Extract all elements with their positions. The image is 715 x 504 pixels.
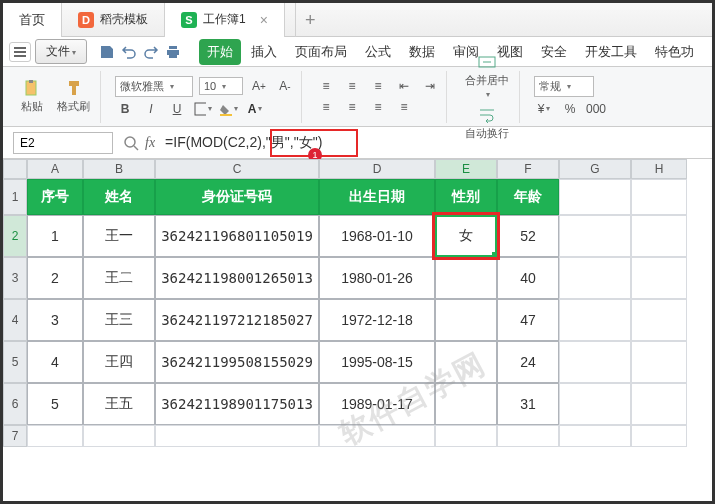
cell[interactable] (631, 383, 687, 425)
percent-button[interactable]: % (560, 100, 580, 118)
tab-template[interactable]: D 稻壳模板 (62, 3, 165, 37)
cell[interactable] (559, 383, 631, 425)
cell[interactable]: 24 (497, 341, 559, 383)
row-7[interactable]: 7 (3, 425, 27, 447)
font-select[interactable]: 微软雅黑 (115, 76, 193, 97)
save-icon[interactable] (99, 44, 115, 60)
number-format-select[interactable]: 常规 (534, 76, 594, 97)
col-F[interactable]: F (497, 159, 559, 179)
cell[interactable]: 40 (497, 257, 559, 299)
row-4[interactable]: 4 (3, 299, 27, 341)
cell[interactable]: 1995-08-15 (319, 341, 435, 383)
ribbon-tab-data[interactable]: 数据 (401, 39, 443, 65)
cell[interactable]: 362421197212185027 (155, 299, 319, 341)
formula-input[interactable]: =IF(MOD(C2,2),"男","女") (161, 132, 326, 154)
cell[interactable]: 1968-01-10 (319, 215, 435, 257)
header-cell[interactable]: 年龄 (497, 179, 559, 215)
comma-button[interactable]: 000 (586, 100, 606, 118)
ribbon-tab-layout[interactable]: 页面布局 (287, 39, 355, 65)
row-1[interactable]: 1 (3, 179, 27, 215)
cell[interactable]: 5 (27, 383, 83, 425)
indent-left-button[interactable]: ⇤ (394, 77, 414, 95)
select-all-corner[interactable] (3, 159, 27, 179)
cell[interactable]: 31 (497, 383, 559, 425)
ribbon-tab-insert[interactable]: 插入 (243, 39, 285, 65)
currency-button[interactable]: ¥ (534, 100, 554, 118)
bold-button[interactable]: B (115, 100, 135, 118)
cell[interactable]: 1972-12-18 (319, 299, 435, 341)
cell[interactable]: 王二 (83, 257, 155, 299)
header-cell[interactable]: 姓名 (83, 179, 155, 215)
cell[interactable] (435, 299, 497, 341)
cell[interactable] (559, 299, 631, 341)
hamburger-icon[interactable] (9, 42, 31, 62)
italic-button[interactable]: I (141, 100, 161, 118)
file-menu[interactable]: 文件 (35, 39, 87, 64)
cell[interactable]: 王四 (83, 341, 155, 383)
col-C[interactable]: C (155, 159, 319, 179)
cell[interactable]: 362421198001265013 (155, 257, 319, 299)
cell[interactable] (435, 341, 497, 383)
increase-font-button[interactable]: A+ (249, 77, 269, 95)
cell[interactable]: 1980-01-26 (319, 257, 435, 299)
col-E[interactable]: E (435, 159, 497, 179)
paste-button[interactable]: 粘贴 (17, 77, 47, 116)
align-bottom-button[interactable]: ≡ (368, 77, 388, 95)
cell[interactable] (497, 425, 559, 447)
header-cell[interactable]: 序号 (27, 179, 83, 215)
header-cell[interactable]: 身份证号码 (155, 179, 319, 215)
cell[interactable] (631, 341, 687, 383)
cell[interactable]: 362421199508155029 (155, 341, 319, 383)
col-D[interactable]: D (319, 159, 435, 179)
col-B[interactable]: B (83, 159, 155, 179)
search-icon[interactable] (123, 135, 139, 151)
cell[interactable] (435, 383, 497, 425)
cell[interactable] (83, 425, 155, 447)
cell[interactable] (319, 425, 435, 447)
row-5[interactable]: 5 (3, 341, 27, 383)
cell[interactable] (559, 341, 631, 383)
align-middle-button[interactable]: ≡ (342, 77, 362, 95)
cell[interactable]: 1 (27, 215, 83, 257)
cell[interactable] (559, 215, 631, 257)
align-right-button[interactable]: ≡ (368, 98, 388, 116)
border-button[interactable] (193, 100, 213, 118)
cell[interactable]: 362421196801105019 (155, 215, 319, 257)
cell[interactable] (631, 425, 687, 447)
new-tab-button[interactable]: + (295, 3, 325, 37)
cell[interactable] (631, 257, 687, 299)
undo-icon[interactable] (121, 44, 137, 60)
name-box[interactable] (13, 132, 113, 154)
fx-icon[interactable]: fx (145, 135, 155, 151)
cell[interactable] (631, 215, 687, 257)
col-H[interactable]: H (631, 159, 687, 179)
row-3[interactable]: 3 (3, 257, 27, 299)
justify-button[interactable]: ≡ (394, 98, 414, 116)
close-icon[interactable]: × (260, 12, 268, 28)
cell[interactable] (27, 425, 83, 447)
cell[interactable] (155, 425, 319, 447)
cell[interactable]: 362421198901175013 (155, 383, 319, 425)
cell[interactable]: 47 (497, 299, 559, 341)
grid[interactable]: A B C D E F G H 1 序号 姓名 身份证号码 出生日期 性别 年龄… (3, 159, 712, 447)
redo-icon[interactable] (143, 44, 159, 60)
font-color-button[interactable]: A (245, 100, 265, 118)
align-left-button[interactable]: ≡ (316, 98, 336, 116)
ribbon-tab-special[interactable]: 特色功 (647, 39, 702, 65)
format-painter-button[interactable]: 格式刷 (53, 77, 94, 116)
indent-right-button[interactable]: ⇥ (420, 77, 440, 95)
header-cell[interactable]: 性别 (435, 179, 497, 215)
align-top-button[interactable]: ≡ (316, 77, 336, 95)
ribbon-tab-formula[interactable]: 公式 (357, 39, 399, 65)
tab-home[interactable]: 首页 (3, 3, 62, 37)
cell[interactable]: 52 (497, 215, 559, 257)
print-icon[interactable] (165, 44, 181, 60)
cell[interactable]: 王一 (83, 215, 155, 257)
cell[interactable] (435, 257, 497, 299)
font-size-select[interactable]: 10 (199, 77, 243, 95)
cell[interactable] (631, 179, 687, 215)
merge-button[interactable]: 合并居中 (461, 51, 513, 101)
cell[interactable] (559, 257, 631, 299)
cell[interactable]: 3 (27, 299, 83, 341)
cell-E2[interactable]: 女 (435, 215, 497, 257)
